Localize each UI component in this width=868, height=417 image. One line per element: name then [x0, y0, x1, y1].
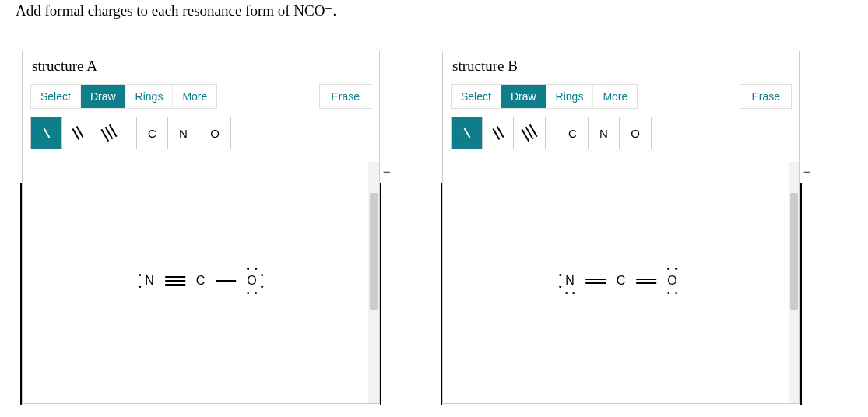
- atom-o-label: O: [247, 274, 256, 287]
- triple-bond-tool[interactable]: [514, 117, 545, 149]
- atom-n-button[interactable]: N: [589, 117, 620, 149]
- canvas-a[interactable]: N C O: [23, 162, 379, 403]
- single-bond-icon: [216, 280, 236, 282]
- lone-pair-dot: [559, 286, 561, 288]
- double-bond-icon: [636, 279, 656, 284]
- lone-pair-dot: [261, 274, 263, 276]
- question-text: Add formal charges to each resonance for…: [6, 2, 862, 19]
- atom-n: N: [142, 271, 157, 291]
- atom-c: C: [613, 271, 629, 291]
- atom-group-a: C N O: [136, 117, 231, 149]
- atom-n: N: [562, 271, 578, 291]
- atom-c-label: C: [196, 274, 206, 287]
- atom-n-label: N: [565, 274, 575, 287]
- double-bond-tool[interactable]: [483, 117, 514, 149]
- molecule-a: N C O: [142, 271, 260, 291]
- lone-pair-dot: [667, 292, 669, 294]
- panels-container: structure A Select Draw Rings More Erase…: [6, 51, 862, 404]
- lone-pair-dot: [139, 274, 141, 276]
- atom-o-label: O: [667, 274, 676, 287]
- atom-o-button[interactable]: O: [199, 117, 230, 149]
- structure-b-wrapper: structure B Select Draw Rings More Erase…: [442, 51, 800, 404]
- atom-n-button[interactable]: N: [168, 117, 199, 149]
- toolbar-tabs-b: Select Draw Rings More Erase: [443, 79, 799, 110]
- atom-group-b: C N O: [557, 117, 652, 149]
- atom-o: O: [664, 271, 680, 291]
- tab-group-b: Select Draw Rings More: [451, 84, 638, 109]
- tab-rings[interactable]: Rings: [126, 85, 174, 108]
- atom-o: O: [244, 271, 259, 291]
- atom-c-label: C: [617, 274, 626, 287]
- lone-pair-dot: [572, 292, 575, 294]
- tab-select[interactable]: Select: [31, 85, 81, 108]
- lone-pair-dot: [255, 292, 257, 294]
- lone-pair-dot: [675, 268, 677, 270]
- molecule-b: N C O: [562, 271, 680, 291]
- triple-bond-icon: [165, 276, 185, 286]
- lone-pair-dot: [675, 292, 677, 294]
- structure-a-panel: structure A Select Draw Rings More Erase…: [22, 51, 380, 404]
- scrollbar-b[interactable]: [789, 162, 799, 403]
- erase-button[interactable]: Erase: [740, 84, 792, 109]
- structure-b-title: structure B: [443, 51, 799, 79]
- bond-group-a: [30, 117, 125, 149]
- double-bond-icon: [585, 279, 606, 284]
- canvas-b[interactable]: N C O: [443, 162, 799, 403]
- double-bond-tool[interactable]: [62, 117, 93, 149]
- atom-c-button[interactable]: C: [557, 117, 589, 149]
- lone-pair-dot: [565, 292, 568, 294]
- lone-pair-dot: [261, 286, 263, 288]
- atom-c: C: [193, 271, 209, 291]
- triple-bond-tool[interactable]: [93, 117, 125, 149]
- atom-c-button[interactable]: C: [137, 117, 168, 149]
- toolbar-tabs-a: Select Draw Rings More Erase: [23, 79, 379, 110]
- lone-pair-dot: [247, 292, 249, 294]
- single-bond-tool[interactable]: [452, 117, 483, 149]
- bond-group-b: [451, 117, 546, 149]
- lone-pair-dot: [247, 268, 249, 270]
- scrollbar-a[interactable]: [368, 162, 379, 403]
- tab-more[interactable]: More: [593, 85, 637, 108]
- tab-draw[interactable]: Draw: [501, 85, 546, 108]
- lone-pair-dot: [139, 286, 141, 288]
- tab-more[interactable]: More: [173, 85, 216, 108]
- lone-pair-dot: [667, 268, 669, 270]
- single-bond-tool[interactable]: [31, 117, 62, 149]
- tab-group-a: Select Draw Rings More: [30, 84, 217, 109]
- lone-pair-dot: [559, 274, 561, 276]
- structure-b-panel: structure B Select Draw Rings More Erase…: [442, 51, 800, 404]
- erase-button[interactable]: Erase: [319, 84, 371, 109]
- tab-draw[interactable]: Draw: [81, 85, 126, 108]
- scrollthumb-b[interactable]: [790, 193, 798, 310]
- atom-n-label: N: [145, 274, 154, 287]
- atom-o-button[interactable]: O: [620, 117, 651, 149]
- toolbar-tools-b: C N O: [443, 110, 799, 162]
- scrollthumb-a[interactable]: [370, 193, 378, 310]
- tab-select[interactable]: Select: [452, 85, 501, 108]
- tab-rings[interactable]: Rings: [546, 85, 594, 108]
- structure-a-title: structure A: [23, 51, 379, 79]
- structure-a-wrapper: structure A Select Draw Rings More Erase…: [22, 51, 380, 404]
- toolbar-tools-a: C N O: [23, 110, 379, 162]
- lone-pair-dot: [255, 268, 257, 270]
